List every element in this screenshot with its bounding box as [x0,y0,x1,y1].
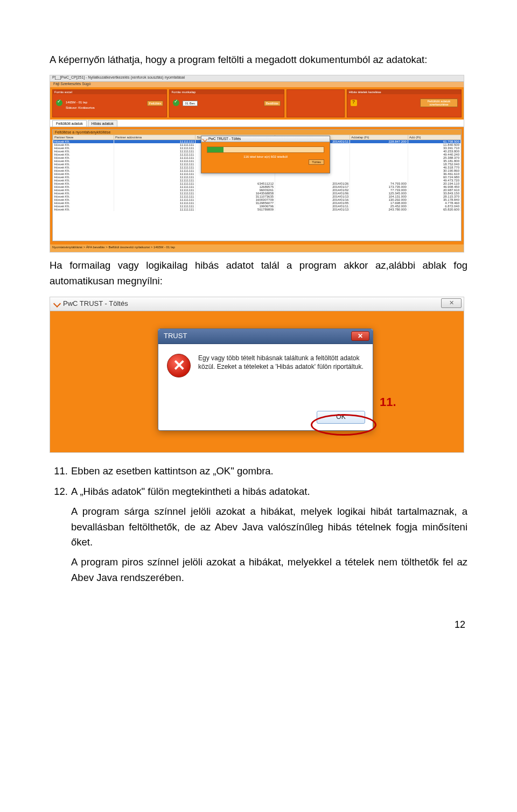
table-cell: Húsvét Kft. [53,208,114,211]
window-close-button[interactable]: ✕ [441,298,462,308]
panel-source-sheet: Forrás munkalap 01 Bev. Beállítás [169,89,284,117]
callout-number: 11. [380,393,396,411]
table-cell: 561789809 [195,208,275,211]
check-icon [56,100,62,106]
question-icon: ? [351,100,357,106]
progress-title: PwC TRUST - Töltés [208,137,241,141]
panel-line2: Státusz: Kiválasztva [66,106,95,109]
panel-blank [287,89,345,117]
modal-title: TRUST [164,331,187,341]
settings-button[interactable]: Beállítás [264,101,281,106]
menu-bar[interactable]: Fájl Szerkesztés Súgó [50,82,464,87]
progress-cancel-button[interactable]: Törlés [309,159,324,165]
modal-message: Egy vagy több tételt hibásnak találtunk … [198,354,364,377]
table-cell: 2014/01/13 [275,208,350,211]
step-12: A „Hibás adatok" fülön megtekintheti a h… [71,484,467,585]
table-cell: 243.780.000 [350,208,408,211]
callout-ring [311,414,376,436]
progress-dialog: PwC TRUST - Töltés Törlés 116 tétel kész… [201,136,330,173]
progress-bar [207,146,324,153]
modal-close-button[interactable]: ✕ [351,331,369,341]
panel-line1: 1465M - 01 lap [66,101,87,104]
column-header: Partner adószáma [114,135,195,140]
progress-text: 116 tétel kész a(z) 602 tételből [201,155,330,158]
panel-source-excel: Forrás excel 1465M - 01 lap Státusz: Kiv… [52,89,167,117]
window-title: PwC TRUST - Töltés [63,298,128,309]
edit-uploaded-button[interactable]: Feltöltött adatok szerkesztése [420,99,458,107]
check-icon [173,100,179,106]
tab-error-data[interactable]: Hibás adatok [88,120,117,127]
table-row[interactable]: Húsvét Kft.111111115617898092014/01/1324… [53,208,461,211]
panel-header: Hibás tételek kezelése [347,90,461,94]
panel-error-handling: Hibás tételek kezelése ? Feltöltött adat… [347,89,462,117]
arrow-icon [202,136,208,142]
upload-button[interactable]: Feltöltés [147,101,164,106]
step-11-text: Ebben az esetben kattintson az „OK" gomb… [71,465,274,477]
step-12-note-yellow: A program sárga színnel jelöli azokat a … [71,504,467,550]
column-header: Partner Neve [53,135,114,140]
panel-header: Forrás munkalap [170,90,283,94]
page-number: 12 [50,618,467,633]
intro-text: A képernyőn láthatja, hogy a program fel… [50,52,467,68]
error-icon: ✕ [167,354,191,377]
status-bar: Nyomtatványtáblázat > ÁFA bevallás > Bel… [50,244,464,252]
step-12-note-red: A program piros színnel jelöli azokat a … [71,555,467,585]
panel-header: Forrás excel [53,90,166,94]
inner-header: Feltöltése a nyomtatványkitöltése [53,130,461,135]
column-header: Adóalap (Ft) [350,135,408,140]
sheet-value: 01 Bev. [183,101,198,106]
table-cell: 65.820.600 [408,208,460,211]
screenshot-data-upload: P[__]PwC_CP[251] - Nyilatkozatkevertkeze… [50,75,464,253]
intro2-text: Ha formailag vagy logikailag hibás adato… [50,258,467,289]
step-12-text: A „Hibás adatok" fülön megtekintheti a h… [71,486,310,497]
arrow-icon [53,300,61,307]
window-titlebar: P[__]PwC_CP[251] - Nyilatkozatkevertkeze… [50,75,464,82]
tab-uploaded-data[interactable]: Feltöltött adatok [52,120,87,127]
column-header: Adó (Ft) [408,135,460,140]
screenshot-error-modal: PwC TRUST - Töltés ✕ TRUST ✕ ✕ Egy vagy … [50,297,464,453]
table-cell: 11111111 [114,208,195,211]
step-11: Ebben az esetben kattintson az „OK" gomb… [71,464,467,479]
pwc-logo: pwc [54,231,66,237]
